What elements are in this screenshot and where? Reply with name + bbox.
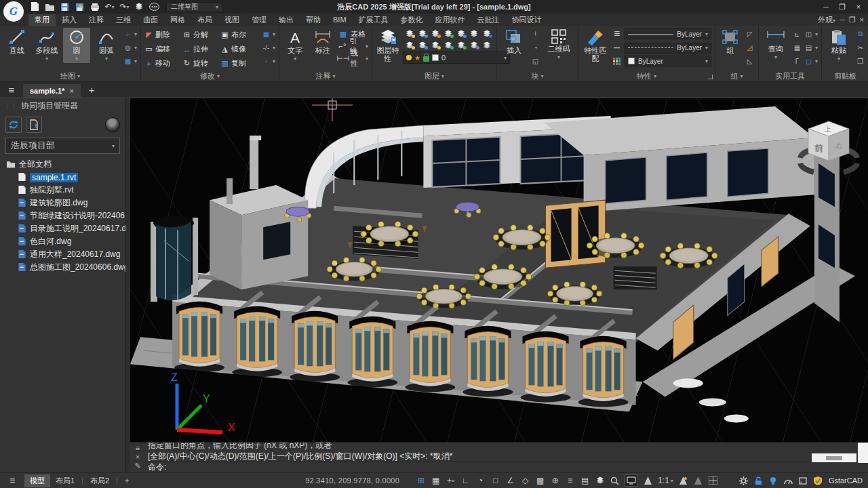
fullscreen-icon[interactable] [798,477,808,485]
command-grip-icon[interactable]: ≡ [136,444,140,452]
layer-dropdown[interactable]: ★ 0 ▾ [403,52,510,64]
annotation-scale-control[interactable]: 1:1▾ [658,476,673,485]
isolate-objects-icon[interactable] [595,476,605,485]
tab-layout[interactable]: 布局 [191,14,218,26]
mirror-button[interactable]: ◮镜像 [220,42,258,56]
save-icon[interactable] [60,2,70,12]
project-select[interactable]: 浩辰项目部 ▾ [5,138,120,154]
restore-button[interactable]: ❐ [835,1,849,12]
status-menu-icon[interactable]: ≡ [0,475,24,486]
group-label-properties[interactable]: 特性▾ [578,71,715,81]
break-icon[interactable]: -/- [261,44,271,52]
group-label-group[interactable]: 组▾ [715,71,758,81]
cut-icon[interactable]: ✂ [855,44,865,52]
tree-file-item[interactable]: 独院别墅.rvt [0,184,125,197]
dimension-button[interactable]: 标注 [311,28,336,54]
tab-cloud-markup[interactable]: 云批注 [471,14,506,26]
open-folder-icon[interactable] [45,2,55,12]
ortho-icon[interactable]: ∟ [460,476,471,485]
snap-icon[interactable]: ⊞ [416,476,426,485]
inquiry-button[interactable]: 查询▾ [762,28,789,62]
polar-tracking-icon[interactable]: ◔ [475,476,486,485]
command-line-panel[interactable]: ≡ × ✎ 指定窗口的角点，输入比例因子 (nX 或 nXP)，或者 [全部(A… [130,442,868,472]
document-tab[interactable]: sample.1* × [23,84,81,98]
sync-button[interactable] [5,117,22,133]
rotate-button[interactable]: ↻旋转 [182,56,220,70]
view-cube[interactable]: 上 前 右 [793,117,864,182]
stretch-button[interactable]: ↔拉伸 [182,42,220,56]
erase-button[interactable]: ◤删除 [144,28,182,42]
boolean-button[interactable]: ▣布尔 [220,28,258,42]
cell-grid-icon[interactable] [708,476,718,485]
layer-states-icon[interactable] [134,2,144,12]
layer-thaw-icon[interactable] [416,39,429,51]
tree-file-item[interactable]: 目录施工说明_20240617.dwg [0,222,125,235]
security-shield-icon[interactable] [813,476,823,485]
tree-file-item[interactable]: 通用大样_20240617.dwg [0,248,125,261]
tab-parametric[interactable]: 参数化 [395,14,429,26]
close-button[interactable]: × [852,1,865,12]
corner-measure-icon[interactable]: Γ [792,58,802,65]
workspace-select[interactable]: 二维草图 ▾ [166,2,223,12]
tree-file-item[interactable]: 节能绿建设计说明-20240612.dwg [0,209,125,222]
model-tab[interactable]: 模型 [24,474,50,487]
dynamic-input-icon[interactable]: ⊕ [550,476,560,485]
array-icon[interactable]: ▦ [261,30,271,38]
ungroup-icon[interactable]: ◸ [745,30,755,38]
undo-icon[interactable]: ↶▾ [104,2,115,12]
command-close-icon[interactable]: × [136,453,140,461]
tab-bim[interactable]: BIM [327,15,353,24]
lineweight-select[interactable]: ByLayer▾ [625,28,711,39]
new-document-button[interactable] [26,117,42,133]
tab-home[interactable]: 常用 [28,14,56,26]
tree-file-item[interactable]: 总图施工图_20240606.dwg [0,261,125,274]
layer-match-icon[interactable] [441,39,454,51]
paste-button[interactable]: 粘贴▾ [825,28,852,63]
tree-root-folder[interactable]: 全部文档 [0,158,125,171]
layout2-tab[interactable]: 布局2 [85,474,115,487]
annotation-autoscale-icon[interactable] [693,476,703,485]
move-button[interactable]: +移动 [144,56,182,70]
text-button[interactable]: A 文字▾ [283,28,308,63]
group-label-modify[interactable]: 修改▾ [141,71,279,81]
layer-isolate-icon[interactable] [454,28,467,39]
zoom-icon[interactable] [610,476,620,485]
donut-icon[interactable]: ◎ [123,44,133,52]
dialog-launcher-icon[interactable] [708,75,713,79]
tab-annotate[interactable]: 注释 [83,14,110,26]
annotation-icon[interactable] [643,476,653,485]
copy-base-icon[interactable]: ❐ [855,58,865,65]
selection-cycling-icon[interactable]: ▤ [580,476,590,485]
settings-gear-icon[interactable] [738,476,749,485]
qrcode-button[interactable]: 二维码▾ [543,28,574,62]
bulb-icon[interactable] [768,476,778,485]
layer-merge-icon[interactable] [467,28,480,39]
lineweight-display-icon[interactable]: ≡ [565,476,575,485]
grid-icon[interactable]: ▦ [431,476,441,485]
tab-3d[interactable]: 三维 [110,14,137,26]
line-button[interactable]: 直线 [3,28,31,54]
layer-lock-icon[interactable] [429,28,441,39]
tab-manage[interactable]: 管理 [245,14,273,26]
clean-screen-icon[interactable] [625,474,638,487]
gauge-icon[interactable] [783,477,793,485]
list-icon[interactable]: ▤ [804,44,814,52]
tab-output[interactable]: 输出 [273,14,300,26]
osnap-3d-icon[interactable]: ◇ [520,476,530,485]
color-select[interactable]: ByLayer▾ [625,56,711,66]
comment-icon[interactable] [149,2,159,12]
tab-collaboration[interactable]: 协同设计 [506,14,548,26]
match-properties-button[interactable]: 特性匹配 [582,28,609,62]
hatch-tool-icon[interactable]: ▩ [123,58,133,65]
linear-button[interactable]: ⊢⊣线性▾ [338,52,368,64]
angle-measure-icon[interactable]: ⊾ [792,30,802,38]
panel-title-bar[interactable]: ⋮⋮ 协同项目管理器 [0,98,125,113]
angle-snap-icon[interactable]: ∠ [505,476,515,485]
scale-tool-icon[interactable]: ▫ [261,58,271,65]
group-label-clipboard[interactable]: 剪贴板 [822,71,868,81]
new-layout-button[interactable]: + [119,475,134,486]
doc-minimize-button[interactable]: ─ [840,16,845,24]
group-edit-icon[interactable]: ◿ [745,44,755,52]
unlock-icon[interactable] [753,476,764,485]
annotation-visibility-icon[interactable] [678,476,688,485]
